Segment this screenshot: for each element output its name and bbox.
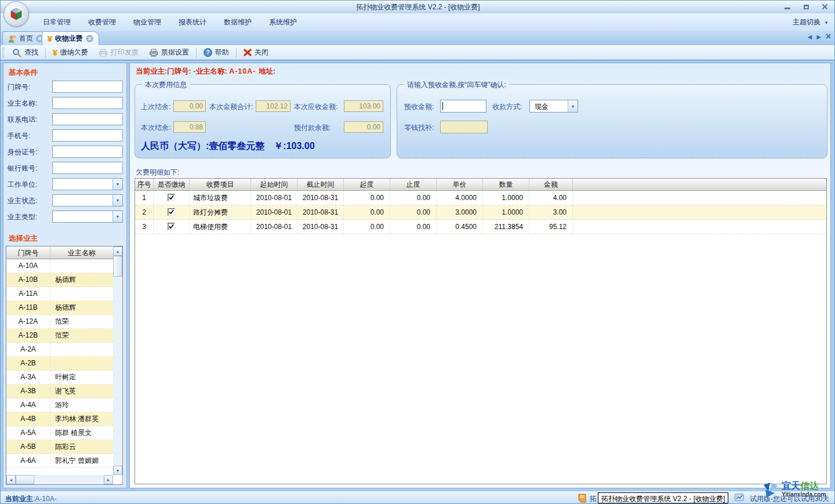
scroll-right-icon[interactable]: ► [104, 475, 113, 484]
owner-name: 李均林 潘群英 [50, 412, 113, 426]
app-logo-icon[interactable] [3, 1, 29, 27]
chevron-down-icon[interactable]: ▼ [112, 179, 122, 190]
find-button[interactable]: 查找 [7, 46, 43, 60]
owner-list-vscrollbar[interactable]: ▲ ▼ [113, 246, 122, 475]
owner-house-number: A-12A [6, 315, 50, 328]
close-tab-button[interactable]: 关闭 [238, 46, 274, 60]
owner-row[interactable]: A-11B杨德辉 [6, 301, 113, 315]
menu-item-2[interactable]: 物业管理 [125, 13, 170, 31]
close-icon [244, 49, 252, 56]
owner-status-combo[interactable]: ▼ [52, 194, 123, 206]
chevron-down-icon[interactable]: ▼ [568, 100, 578, 112]
owner-name: 陈群 植景文 [50, 426, 113, 440]
tab-list-close-icon[interactable] [826, 34, 831, 40]
scroll-down-icon[interactable]: ▼ [113, 466, 122, 475]
tab-close-icon[interactable] [86, 35, 93, 42]
fee-column-header[interactable]: 数量 [483, 179, 529, 190]
work-unit-combo[interactable]: ▼ [52, 178, 123, 190]
fee-column-header[interactable]: 金额 [529, 179, 573, 190]
pay-arrears-button[interactable]: ¥ 缴纳欠费 [48, 46, 93, 60]
scroll-left-icon[interactable]: ◄ [6, 475, 16, 484]
owner-row[interactable]: A-4B李均林 潘群英 [6, 412, 113, 426]
owner-house-number: A-10A [6, 259, 50, 273]
owner-list-hscrollbar[interactable]: ◄ ► [6, 475, 113, 484]
owner-row[interactable]: A-6A郭礼宁 曾媚媚 [6, 454, 113, 468]
chevron-down-icon[interactable]: ▼ [112, 195, 122, 206]
chart-icon[interactable] [735, 494, 744, 503]
help-button[interactable]: ? 帮助 [198, 46, 234, 60]
owner-list-header-name[interactable]: 业主名称 [50, 246, 113, 259]
fee-column-header[interactable]: 截止时间 [297, 179, 344, 190]
contact-phone-field[interactable] [52, 113, 123, 125]
owner-row[interactable]: A-4A游玲 [6, 398, 113, 412]
search-icon [12, 48, 21, 57]
owner-row[interactable]: A-2B [6, 357, 113, 371]
paid-checkbox[interactable] [168, 194, 175, 201]
close-window-button[interactable] [818, 2, 831, 11]
statusbar-current-owner: 当前业主:A-10A- [5, 494, 57, 504]
menu-item-3[interactable]: 报表统计 [170, 13, 215, 31]
owner-type-combo[interactable]: ▼ [52, 211, 123, 223]
owner-row[interactable]: A-10B杨德辉 [6, 273, 113, 287]
owner-row[interactable]: A-3A叶树定 [6, 371, 113, 385]
menu-item-4[interactable]: 数据维护 [215, 13, 260, 31]
fee-row[interactable]: 1城市垃圾费2010-08-012010-08-310.000.004.0000… [135, 191, 826, 205]
mobile-field[interactable] [52, 129, 123, 142]
owner-row[interactable]: A-2A [6, 343, 113, 357]
printer-settings-icon [149, 49, 158, 57]
owner-row[interactable]: A-12B范荣 [6, 329, 113, 343]
owner-list-header-house[interactable]: 门牌号 [6, 246, 50, 259]
note-icon[interactable] [578, 494, 586, 504]
paid-checkbox[interactable] [168, 208, 175, 216]
chevron-down-icon[interactable]: ▼ [112, 211, 122, 222]
menu-item-1[interactable]: 收费管理 [79, 13, 125, 31]
owner-name-field[interactable] [52, 97, 123, 109]
fee-column-header[interactable]: 是否缴纳 [154, 179, 190, 190]
work-unit-combo-label: 工作单位: [8, 180, 37, 190]
fee-column-header[interactable]: 收费项目 [190, 179, 251, 190]
hscroll-thumb[interactable] [16, 475, 34, 484]
tab-scroll-left-icon[interactable]: ◀ [808, 34, 812, 40]
menu-bar: 日常管理收费管理物业管理报表统计数据维护系统维护 主题切换▼ [1, 13, 835, 31]
fee-row[interactable]: 2路灯分摊费2010-08-012010-08-310.000.003.0000… [135, 205, 826, 220]
fee-column-header[interactable]: 序号 [135, 179, 154, 190]
owner-house-number: A-6A [6, 454, 50, 467]
theme-switch-menu[interactable]: 主题切换▼ [793, 13, 829, 31]
fee-row[interactable]: 3电梯使用费2010-08-012010-08-310.000.000.4500… [135, 220, 826, 234]
owner-row[interactable]: A-11A [6, 287, 113, 301]
vscroll-thumb[interactable] [113, 256, 122, 277]
bank-account-field[interactable] [52, 162, 123, 174]
scroll-up-icon[interactable]: ▲ [113, 246, 122, 256]
owner-name: 叶树定 [50, 371, 113, 384]
menu-item-0[interactable]: 日常管理 [34, 13, 79, 31]
fee-column-header[interactable]: 起度 [344, 179, 390, 190]
select-owner-title: 选择业主 [9, 234, 38, 244]
house-number-field-label: 门牌号: [8, 82, 30, 92]
ticket-setup-button[interactable]: 票据设置 [144, 46, 194, 60]
prepay-amount-input[interactable] [440, 100, 487, 113]
fee-column-header[interactable]: 起始时间 [251, 179, 297, 190]
owner-row[interactable]: A-3B谢飞英 [6, 385, 113, 398]
minimize-button[interactable] [781, 2, 794, 11]
bank-account-field-label: 银行账号: [8, 164, 37, 173]
owner-house-number: A-11B [6, 301, 50, 314]
id-number-field[interactable] [52, 146, 123, 158]
fee-column-header[interactable]: 止度 [390, 179, 437, 190]
fee-column-header[interactable]: 单价 [437, 179, 483, 190]
payment-method-combo[interactable]: 现金 ▼ [529, 100, 578, 113]
maximize-button[interactable] [800, 2, 812, 11]
paid-checkbox[interactable] [168, 223, 175, 230]
owner-row[interactable]: A-12A范荣 [6, 315, 113, 329]
menu-item-5[interactable]: 系统维护 [260, 13, 306, 31]
owner-row[interactable]: A-5A陈群 植景文 [6, 426, 113, 440]
tab-collect-fee[interactable]: ¥ 收物业费 [42, 31, 99, 45]
tab-scroll-right-icon[interactable]: ▶ [816, 34, 821, 40]
owner-list: 门牌号 业主名称 A-10AA-10B杨德辉A-11AA-11B杨德辉A-12A… [6, 246, 123, 485]
arrears-detail-label: 欠费明细如下: [136, 168, 179, 177]
owner-row[interactable]: A-10A [6, 259, 113, 273]
house-number-field[interactable] [52, 81, 123, 93]
printer-icon [99, 49, 108, 57]
mobile-field-label: 手机号: [8, 131, 30, 141]
owner-row[interactable]: A-5B陈彩云 [6, 440, 113, 454]
change-label: 零钱找补: [404, 123, 434, 133]
